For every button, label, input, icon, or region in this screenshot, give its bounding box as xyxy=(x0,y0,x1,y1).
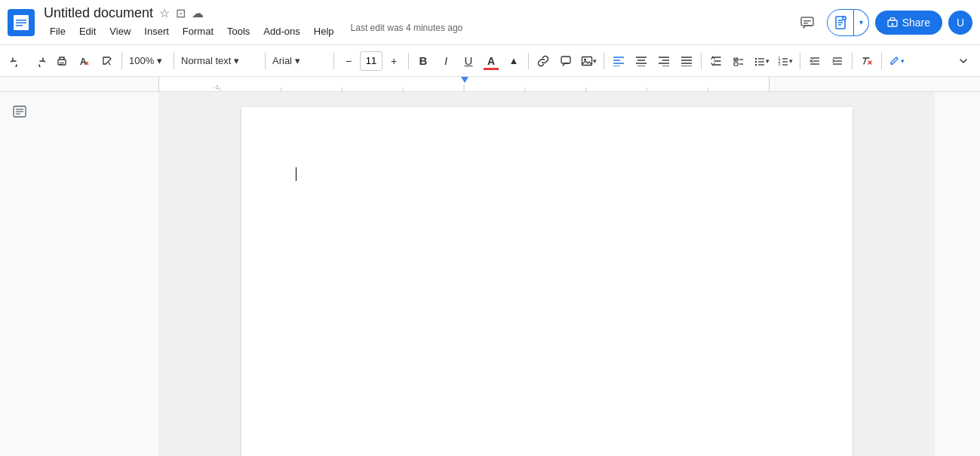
doc-canvas-wrap[interactable] xyxy=(158,92,935,456)
image-chevron: ▾ xyxy=(593,57,597,65)
editing-mode-button[interactable]: ▾ xyxy=(886,50,908,72)
star-icon[interactable]: ☆ xyxy=(159,6,170,20)
font-size-decrease[interactable]: − xyxy=(338,50,359,72)
comments-button[interactable] xyxy=(794,9,821,36)
paint-format-button[interactable] xyxy=(97,50,118,72)
font-size-control: − + xyxy=(338,50,404,72)
svg-rect-17 xyxy=(58,60,66,65)
underline-button[interactable]: U xyxy=(458,50,479,72)
user-avatar[interactable]: U xyxy=(948,11,972,35)
new-doc-button[interactable] xyxy=(827,9,854,36)
outline-icon[interactable] xyxy=(9,101,30,126)
zoom-select[interactable]: 100% ▾ xyxy=(126,50,170,72)
link-button[interactable] xyxy=(533,50,554,72)
font-size-increase[interactable]: + xyxy=(383,50,404,72)
image-button[interactable]: ▾ xyxy=(578,50,600,72)
decrease-indent-button[interactable] xyxy=(804,50,825,72)
svg-point-44 xyxy=(755,57,757,59)
spelling-button[interactable]: A xyxy=(74,50,95,72)
svg-point-23 xyxy=(584,58,586,60)
doc-canvas[interactable] xyxy=(241,107,853,456)
svg-rect-22 xyxy=(582,57,592,65)
menu-addons[interactable]: Add-ons xyxy=(257,23,306,40)
highlight-button[interactable]: ▲ xyxy=(503,50,524,72)
menu-edit[interactable]: Edit xyxy=(73,23,102,40)
svg-text:3.: 3. xyxy=(779,62,782,66)
align-left-button[interactable] xyxy=(608,50,629,72)
align-center-button[interactable] xyxy=(631,50,652,72)
checklist-button[interactable] xyxy=(728,50,749,72)
bullet-list-button[interactable]: ▾ xyxy=(751,50,773,72)
text-color-button[interactable]: A xyxy=(481,50,502,72)
svg-rect-3 xyxy=(16,22,26,23)
svg-rect-4 xyxy=(16,25,23,26)
svg-rect-19 xyxy=(60,64,63,65)
undo-button[interactable] xyxy=(6,50,27,72)
menu-view[interactable]: View xyxy=(103,23,137,40)
line-spacing-button[interactable] xyxy=(705,50,727,72)
svg-rect-18 xyxy=(60,63,64,63)
doc-info: Untitled document ☆ ⊡ ☁ File Edit View I… xyxy=(44,5,785,40)
doc-title-row: Untitled document ☆ ⊡ ☁ xyxy=(44,5,785,21)
sep10 xyxy=(852,53,853,69)
svg-rect-42 xyxy=(734,63,738,66)
sep6 xyxy=(528,53,529,69)
bold-button[interactable]: B xyxy=(413,50,434,72)
share-button[interactable]: Share xyxy=(875,11,942,35)
italic-button[interactable]: I xyxy=(435,50,456,72)
sep7 xyxy=(604,53,604,69)
zoom-value: 100% xyxy=(129,55,154,66)
sep5 xyxy=(408,53,409,69)
sep3 xyxy=(265,53,266,69)
new-doc-chevron[interactable]: ▾ xyxy=(854,9,869,36)
style-chevron: ▾ xyxy=(234,55,239,66)
sep8 xyxy=(701,53,702,69)
sep1 xyxy=(121,53,122,69)
app-logo[interactable] xyxy=(8,9,35,36)
bullet-chevron: ▾ xyxy=(766,57,770,65)
menu-file[interactable]: File xyxy=(44,23,72,40)
numbered-list-button[interactable]: 1. 2. 3. ▾ xyxy=(774,50,796,72)
body-area xyxy=(0,92,980,456)
toolbar: A 100% ▾ Normal text ▾ Arial ▾ − + xyxy=(0,45,980,77)
cloud-icon[interactable]: ☁ xyxy=(192,6,204,20)
top-bar: Untitled document ☆ ⊡ ☁ File Edit View I… xyxy=(0,0,980,45)
redo-button[interactable] xyxy=(29,50,50,72)
svg-rect-2 xyxy=(16,20,26,21)
collapse-toolbar-button[interactable] xyxy=(953,50,974,72)
comment-button[interactable] xyxy=(555,50,576,72)
font-size-input[interactable] xyxy=(360,51,382,71)
text-cursor xyxy=(296,167,296,181)
zoom-chevron: ▾ xyxy=(157,55,162,66)
menu-insert[interactable]: Insert xyxy=(138,23,175,40)
ruler: -1 xyxy=(0,77,980,92)
sidebar-left xyxy=(0,92,158,456)
doc-title[interactable]: Untitled document xyxy=(44,5,153,21)
svg-rect-21 xyxy=(561,57,570,63)
justify-button[interactable] xyxy=(676,50,697,72)
font-chevron: ▾ xyxy=(295,55,300,66)
font-value: Arial xyxy=(272,55,292,66)
style-value: Normal text xyxy=(181,55,231,66)
clear-formatting-button[interactable] xyxy=(856,50,877,72)
folder-icon[interactable]: ⊡ xyxy=(176,6,186,20)
sep11 xyxy=(881,53,882,69)
new-doc-button-wrap: ▾ xyxy=(827,9,869,36)
text-style-select[interactable]: Normal text ▾ xyxy=(178,50,261,72)
align-right-button[interactable] xyxy=(653,50,674,72)
numbered-chevron: ▾ xyxy=(789,57,793,65)
menu-format[interactable]: Format xyxy=(177,23,220,40)
ruler-inner: -1 xyxy=(158,77,770,92)
sep2 xyxy=(174,53,174,69)
font-select[interactable]: Arial ▾ xyxy=(269,50,330,72)
editing-chevron: ▾ xyxy=(901,57,905,65)
increase-indent-button[interactable] xyxy=(827,50,848,72)
last-edit: Last edit was 4 minutes ago xyxy=(351,23,463,40)
sep9 xyxy=(800,53,800,69)
menu-bar: File Edit View Insert Format Tools Add-o… xyxy=(44,23,785,40)
svg-point-45 xyxy=(755,60,757,62)
svg-point-16 xyxy=(891,23,893,25)
print-button[interactable] xyxy=(51,50,72,72)
menu-tools[interactable]: Tools xyxy=(221,23,256,40)
menu-help[interactable]: Help xyxy=(308,23,340,40)
